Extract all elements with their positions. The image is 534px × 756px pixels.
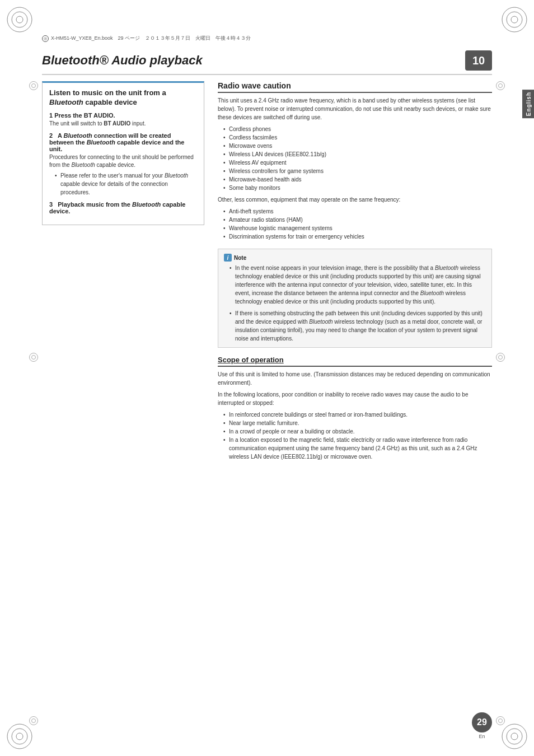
chapter-number: 10 (465, 50, 492, 71)
side-circle-left-top (29, 81, 38, 90)
side-circle-left-bot (29, 716, 38, 725)
caution-item-3: Microwave ovens (223, 142, 492, 150)
left-column: Listen to music on the unit from a Bluet… (42, 81, 204, 461)
corner-ornament-tr (498, 3, 531, 36)
svg-point-6 (7, 724, 32, 749)
scope-item-2: Near large metallic furniture. (223, 419, 492, 427)
page-lang: En (479, 734, 485, 739)
svg-point-5 (511, 16, 518, 23)
scope-item-3: In a crowd of people or near a building … (223, 427, 492, 436)
note-header: i Note (224, 254, 486, 262)
caution-section: Radio wave caution This unit uses a 2.4 … (218, 81, 492, 241)
two-column-layout: Listen to music on the unit from a Bluet… (42, 81, 492, 461)
caution-other-3: Warehouse logistic management systems (223, 224, 492, 232)
caution-other-1: Anti-theft systems (223, 207, 492, 216)
scope-condition: In the following locations, poor conditi… (218, 390, 492, 407)
svg-point-7 (12, 729, 27, 744)
side-circle-left-mid (29, 353, 38, 362)
meta-text: X-HM51-W_YXE8_En.book 29 ページ ２０１３年５月７日 火… (51, 35, 251, 42)
caution-other-list: Anti-theft systems Amateur radio station… (218, 207, 492, 241)
svg-point-2 (16, 16, 23, 23)
chapter-title: Bluetooth® Audio playback (42, 53, 465, 68)
side-circle-right-mid (496, 353, 505, 362)
lang-tab: English (522, 90, 534, 118)
listen-section-box: Listen to music on the unit from a Bluet… (42, 81, 204, 225)
caution-item-7: Microwave-based health aids (223, 175, 492, 184)
svg-point-9 (502, 724, 527, 749)
page-number: 29 (472, 712, 492, 732)
chapter-header: Bluetooth® Audio playback 10 (42, 50, 492, 75)
step-3-label: 3 Playback music from the Bluetooth capa… (49, 201, 197, 214)
scope-items-list: In reinforced concrete buildings or stee… (218, 410, 492, 461)
caution-item-6: Wireless controllers for game systems (223, 167, 492, 175)
caution-items-list: Cordless phones Cordless facsimiles Micr… (218, 125, 492, 192)
step-1-label: 1 Press the BT AUDIO. (49, 112, 197, 119)
note-items-list: In the event noise appears in your telev… (224, 264, 486, 343)
corner-ornament-tl (3, 3, 36, 36)
svg-point-4 (507, 12, 522, 27)
step-3-block: 3 Playback music from the Bluetooth capa… (49, 201, 197, 214)
side-circle-right-bot (496, 716, 505, 725)
svg-point-10 (507, 729, 522, 744)
step-2-text: Procedures for connecting to the unit sh… (49, 153, 197, 169)
caution-item-5: Wireless AV equipment (223, 158, 492, 167)
note-box: i Note In the event noise appears in you… (218, 249, 492, 348)
meta-bar: ◎ X-HM51-W_YXE8_En.book 29 ページ ２０１３年５月７日… (42, 35, 492, 42)
caution-other-intro: Other, less common, equipment that may o… (218, 195, 492, 204)
caution-intro: This unit uses a 2.4 GHz radio wave freq… (218, 96, 492, 122)
note-icon: i (224, 254, 232, 262)
side-circle-right-top (496, 81, 505, 90)
caution-item-4: Wireless LAN devices (IEEE802.11b/g) (223, 150, 492, 158)
step-2-block: 2 A Bluetooth connection will be created… (49, 132, 197, 197)
caution-other-2: Amateur radio stations (HAM) (223, 216, 492, 224)
listen-section-title: Listen to music on the unit from a Bluet… (49, 88, 197, 108)
page-number-box: 29 En (472, 712, 492, 739)
scope-item-1: In reinforced concrete buildings or stee… (223, 410, 492, 419)
note-item-2: If there is something obstructing the pa… (229, 309, 486, 343)
main-content: Listen to music on the unit from a Bluet… (42, 81, 492, 711)
step-1-block: 1 Press the BT AUDIO. The unit will swit… (49, 112, 197, 128)
svg-point-1 (12, 12, 27, 27)
svg-point-0 (7, 7, 32, 32)
chapter-title-text: Bluetooth® Audio playback (42, 53, 203, 67)
step-2-bullet-1: Please refer to the user's manual for yo… (55, 171, 197, 197)
scope-title: Scope of operation (218, 356, 492, 367)
right-column: Radio wave caution This unit uses a 2.4 … (218, 81, 492, 461)
note-item-1: In the event noise appears in your telev… (229, 264, 486, 306)
step-2-bullets: Please refer to the user's manual for yo… (49, 171, 197, 197)
caution-item-2: Cordless facsimiles (223, 133, 492, 142)
svg-point-11 (511, 733, 518, 740)
step-1-text: The unit will switch to BT AUDIO input. (49, 120, 197, 128)
meta-circle-icon: ◎ (42, 35, 49, 42)
scope-intro: Use of this unit is limited to home use.… (218, 370, 492, 387)
step-2-label: 2 A Bluetooth connection will be created… (49, 132, 197, 152)
caution-other-4: Discrimination systems for train or emer… (223, 232, 492, 241)
caution-item-8: Some baby monitors (223, 184, 492, 192)
svg-point-3 (502, 7, 527, 32)
note-label: Note (234, 255, 246, 261)
scope-item-4: In a location exposed to the magnetic fi… (223, 436, 492, 461)
scope-section: Scope of operation Use of this unit is l… (218, 356, 492, 461)
svg-point-8 (16, 733, 23, 740)
caution-title: Radio wave caution (218, 81, 492, 93)
caution-item-1: Cordless phones (223, 125, 492, 133)
